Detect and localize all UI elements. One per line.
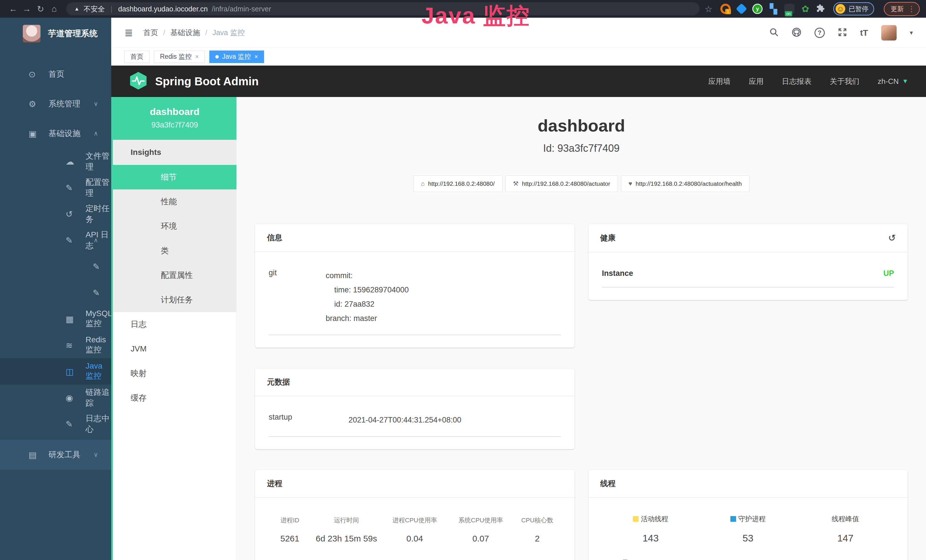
sidebar-toggle-icon[interactable]: ≣: [124, 27, 133, 39]
font-size-icon[interactable]: tT: [860, 28, 868, 38]
threads-card-header: 线程: [589, 470, 908, 498]
breadcrumb-separator: /: [163, 28, 165, 37]
browser-home-icon[interactable]: ⌂: [47, 4, 61, 14]
security-label[interactable]: 不安全: [83, 4, 105, 14]
sidebar-item-label: 文件管理: [86, 151, 111, 172]
screenshot-root: ← → ↻ ⌂ ▲ 不安全 | dashboard.yudao.iocoder.…: [0, 0, 926, 560]
app-title: 芋道管理系统: [48, 28, 98, 39]
health-card-header: 健康 ↺: [589, 224, 908, 253]
browser-forward-icon[interactable]: →: [20, 4, 34, 14]
sidebar-item-jobs[interactable]: ↺ 定时任务: [0, 201, 111, 227]
history-icon[interactable]: ↺: [888, 233, 896, 243]
sba-nav-journal[interactable]: 日志报表: [782, 76, 812, 86]
help-icon[interactable]: ?: [814, 28, 825, 38]
browser-reload-icon[interactable]: ↻: [34, 4, 47, 14]
sidebar-item-api-log[interactable]: ✎ API 日志 ∧: [0, 227, 111, 253]
extension-leaf-icon[interactable]: ✿: [800, 4, 811, 14]
extension-grid-icon[interactable]: ▚: [768, 4, 779, 14]
process-col-header: 进程ID: [269, 516, 311, 525]
fullscreen-icon[interactable]: [838, 28, 847, 38]
sidebar-item-label: 配置管理: [86, 177, 111, 198]
sba-menu-section-insights: Insights: [113, 140, 236, 165]
threads-card: 线程 活动线程 143 守护进程: [589, 470, 908, 560]
timer-icon: ↺: [66, 209, 86, 219]
sba-content: dashboard Id: 93a3fc7f7409 ⌂ http://192.…: [237, 97, 926, 560]
search-icon[interactable]: [769, 28, 779, 38]
sba-menu-jvm[interactable]: JVM: [113, 337, 236, 361]
sidebar-item-error-log[interactable]: ✎ 错误日志: [0, 280, 111, 306]
sidebar-item-mysql[interactable]: ▦ MySQL 监控: [0, 306, 111, 332]
breadcrumb-home[interactable]: 首页: [143, 28, 158, 38]
tab-redis[interactable]: Redis 监控 ×: [154, 50, 205, 63]
sidebar-item-files[interactable]: ☁ 文件管理: [0, 148, 111, 175]
extension-orange-icon[interactable]: 1: [720, 4, 731, 14]
sba-menu-classes[interactable]: 类: [113, 239, 236, 263]
profile-paused-pill[interactable]: ☺ 已暂停: [833, 2, 874, 15]
avatar-caret-icon[interactable]: ▾: [910, 29, 913, 36]
sba-menu-environment[interactable]: 环境: [113, 214, 236, 239]
legend-active-swatch: [633, 516, 639, 522]
close-icon[interactable]: ×: [195, 53, 199, 61]
divider: [602, 287, 894, 288]
sidebar-item-home[interactable]: ⊙ 首页: [0, 59, 111, 89]
endpoint-buttons: ⌂ http://192.168.0.2:48080/ ⚒ http://192…: [255, 176, 908, 192]
sba-nav-applications[interactable]: 应用: [749, 76, 764, 86]
screen-icon: ◫: [66, 366, 86, 377]
extension-pin-icon[interactable]: [736, 4, 747, 14]
sba-menu-mappings[interactable]: 映射: [113, 361, 236, 386]
health-instance-row[interactable]: Instance UP: [602, 269, 894, 278]
sidebar-item-system[interactable]: ⚙ 系统管理 ∨: [0, 89, 111, 119]
sidebar-item-java[interactable]: ◫ Java 监控: [0, 358, 111, 384]
sba-menu-caches[interactable]: 缓存: [113, 386, 236, 410]
sidebar-item-infra[interactable]: ▣ 基础设施 ∧: [0, 119, 111, 148]
address-bar[interactable]: ▲ 不安全 | dashboard.yudao.iocoder.cn/infra…: [66, 2, 699, 15]
browser-update-button[interactable]: 更新 ⋮: [884, 2, 920, 16]
process-col-header: 进程CPU使用率: [382, 516, 448, 525]
heartbeat-icon: ♥: [629, 180, 632, 188]
git-commit-line: commit:: [326, 268, 409, 283]
endpoint-health-button[interactable]: ♥ http://192.168.0.2:48080/actuator/heal…: [621, 176, 750, 192]
sidebar-item-log-center[interactable]: ✎ 日志中心: [0, 411, 111, 437]
legend-daemon-swatch: [730, 516, 736, 522]
health-card: 健康 ↺ Instance UP: [589, 224, 908, 300]
sidebar-item-config[interactable]: ✎ 配置管理: [0, 175, 111, 201]
sba-menu-metrics[interactable]: 性能: [113, 189, 236, 214]
bookmark-star-icon[interactable]: ☆: [705, 4, 713, 14]
edit-icon: ✎: [66, 419, 86, 429]
browser-back-icon[interactable]: ←: [6, 4, 20, 14]
sba-locale-select[interactable]: zh-CN ▼: [878, 77, 908, 86]
sba-nav-wall[interactable]: 应用墙: [708, 76, 731, 86]
sba-brand[interactable]: Spring Boot Admin: [155, 75, 259, 88]
tab-java[interactable]: Java 监控 ×: [209, 50, 264, 63]
active-dot-icon: [215, 55, 219, 59]
app-logo[interactable]: 芋道管理系统: [0, 18, 111, 50]
endpoint-actuator-button[interactable]: ⚒ http://192.168.0.2:48080/actuator: [505, 176, 618, 192]
browser-menu-icon[interactable]: ⋮: [908, 5, 915, 14]
endpoint-url: http://192.168.0.2:48080/actuator: [522, 180, 610, 187]
user-avatar[interactable]: [881, 25, 897, 41]
endpoint-home-button[interactable]: ⌂ http://192.168.0.2:48080/: [413, 176, 502, 192]
overlay-annotation: Java 监控: [422, 1, 530, 31]
security-warning-icon[interactable]: ▲: [74, 6, 80, 12]
close-icon[interactable]: ×: [254, 53, 258, 61]
sba-menu-details[interactable]: 细节: [113, 165, 236, 189]
extension-switch-icon[interactable]: on: [784, 4, 794, 14]
sidebar-item-tracing[interactable]: ◉ 链路追踪: [0, 384, 111, 411]
sba-menu-scheduled-tasks[interactable]: 计划任务: [113, 288, 236, 312]
divider: [269, 436, 561, 437]
github-icon[interactable]: [792, 27, 801, 38]
sba-nav-about[interactable]: 关于我们: [830, 76, 859, 86]
extensions-puzzle-icon[interactable]: [816, 4, 825, 14]
sba-logo-icon[interactable]: [129, 71, 148, 91]
card-title: 进程: [267, 478, 282, 489]
sba-menu-logs[interactable]: 日志: [113, 312, 236, 337]
sba-instance-header[interactable]: dashboard 93a3fc7f7409: [113, 97, 236, 140]
sba-menu-config-props[interactable]: 配置属性: [113, 263, 236, 288]
endpoint-url: http://192.168.0.2:48080/: [428, 180, 495, 187]
extension-y-icon[interactable]: y: [752, 4, 763, 14]
sidebar-item-redis[interactable]: ≋ Redis 监控: [0, 332, 111, 358]
sidebar-item-access-log[interactable]: ✎ 访问日志: [0, 253, 111, 280]
breadcrumb-infra[interactable]: 基础设施: [170, 28, 200, 38]
sidebar-item-dev-tools[interactable]: ▤ 研发工具 ∨: [0, 440, 111, 469]
tab-home[interactable]: 首页: [124, 50, 150, 63]
